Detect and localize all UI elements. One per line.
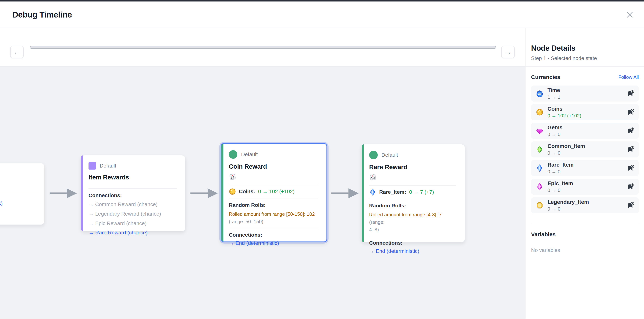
connection-item-active[interactable]: → Rare Reward (chance) <box>88 229 178 236</box>
connection-item-end[interactable]: → End (deterministic) <box>369 248 457 254</box>
close-button[interactable] <box>624 10 635 20</box>
bookmark-plus-icon <box>627 109 634 116</box>
magenta-diamond-icon <box>536 183 544 190</box>
node-accent-bar <box>81 156 83 231</box>
follow-currency-button[interactable] <box>627 202 634 209</box>
follow-currency-button[interactable] <box>627 146 634 153</box>
currency-value: 0 → 7 (+7) <box>409 189 434 195</box>
card-divider <box>229 185 318 185</box>
coin-icon <box>229 188 236 195</box>
card-divider <box>369 185 456 186</box>
node-title: Item Rewards <box>88 174 178 181</box>
card-divider <box>88 188 177 189</box>
card-divider <box>369 236 456 236</box>
stopwatch-icon <box>536 90 544 97</box>
node-card-item-rewards[interactable]: Default Item Rewards Connections: → Comm… <box>81 155 186 231</box>
dialog-header: Debug Timeline <box>0 2 644 28</box>
close-icon <box>626 11 634 18</box>
bookmark-plus-icon <box>627 128 634 134</box>
currency-row: Rare_Item0 → 0 <box>531 160 639 176</box>
roll-result-text: Rolled amount from range [50-150]: 102 <box>229 211 315 217</box>
currency-value: 0 → 0 <box>548 150 627 156</box>
follow-currency-button[interactable] <box>627 90 634 97</box>
follow-currency-button[interactable] <box>627 164 634 172</box>
bookmark-plus-icon <box>627 165 634 172</box>
follow-currency-button[interactable] <box>627 127 634 134</box>
node-title: Coin Reward <box>229 163 319 170</box>
roll-result-text: Rolled amount from range [4-8]: 7 <box>369 212 442 218</box>
node-graph-canvas[interactable]: nistic) Default Item Rewards Connections… <box>0 66 525 319</box>
currency-name: Legendary_Item <box>548 199 627 205</box>
currency-row: Coins0 → 102 (+102) <box>531 104 639 120</box>
currency-value: 0 → 102 (+102) <box>548 113 627 119</box>
currency-value: 0 → 0 <box>548 188 627 193</box>
currency-value: 0 → 0 <box>548 206 627 212</box>
connection-item[interactable]: → Common Reward (chance) <box>88 201 178 208</box>
currency-row: Common_Item0 → 0 <box>531 142 639 158</box>
node-badge-label: Default <box>241 152 258 158</box>
currency-name: Rare_Item <box>548 162 627 168</box>
currency-name: Gems <box>548 124 627 131</box>
currency-row: Legendary_Item0 → 0 <box>531 197 639 213</box>
sidebar-title: Node Details <box>531 44 638 52</box>
connection-link[interactable]: nistic) <box>0 200 2 206</box>
currency-name: Time <box>548 87 627 94</box>
connection-item[interactable]: → Legendary Reward (chance) <box>88 210 178 218</box>
bookmark-plus-icon <box>627 90 634 97</box>
follow-all-link[interactable]: Follow All <box>618 74 639 80</box>
roll-range-text: 4–8) <box>369 227 379 232</box>
roll-range-text: (range: <box>369 219 384 225</box>
connection-item[interactable]: → Epic Reward (chance) <box>88 220 178 227</box>
variables-heading: Variables <box>531 231 639 238</box>
card-divider <box>229 228 318 228</box>
blue-diamond-icon <box>536 164 544 172</box>
follow-currency-button[interactable] <box>627 108 634 116</box>
card-divider <box>0 193 38 193</box>
sidebar-subtitle: Step 1 · Selected node state <box>531 55 638 61</box>
node-type-badge <box>369 151 378 159</box>
node-badge-label: Default <box>382 152 398 158</box>
flow-arrow-icon <box>331 188 359 199</box>
flow-arrow-icon <box>50 188 78 199</box>
node-card-partial[interactable]: nistic) <box>0 163 44 225</box>
currencies-heading: Currencies <box>531 74 560 80</box>
currency-name: Coins <box>548 106 627 112</box>
node-card-rare-reward[interactable]: Default Rare Reward Rare_Item: 0 → 7 (+7… <box>362 144 465 242</box>
next-step-button[interactable]: → <box>501 46 515 58</box>
node-type-swatch <box>88 162 96 170</box>
node-accent-bar <box>222 144 224 242</box>
dice-icon <box>229 173 319 181</box>
currency-row: Epic_Item0 → 0 <box>531 179 639 195</box>
currency-value: 0 → 0 <box>548 169 627 174</box>
random-rolls-heading: Random Rolls: <box>369 203 457 209</box>
right-arrow-icon: → <box>504 49 511 55</box>
bookmark-plus-icon <box>627 183 634 190</box>
bookmark-plus-icon <box>627 202 634 209</box>
currency-value: 1 → 1 <box>548 94 627 100</box>
node-card-coin-reward-selected[interactable]: Default Coin Reward Coins: 0 → 102 (+102… <box>221 143 327 242</box>
node-details-panel: Node Details Step 1 · Selected node stat… <box>525 28 644 319</box>
step-slider-track[interactable] <box>30 46 496 49</box>
connections-heading: Connections: <box>229 232 319 238</box>
gold-gem-icon <box>536 202 544 209</box>
magenta-gem-icon <box>536 127 544 134</box>
follow-currency-button[interactable] <box>627 183 634 190</box>
connections-heading: Connections: <box>88 192 178 198</box>
currency-name: Epic_Item <box>548 180 627 187</box>
random-rolls-heading: Random Rolls: <box>229 202 319 208</box>
dice-icon <box>369 174 457 182</box>
currency-list: Time1 → 1Coins0 → 102 (+102)Gems0 → 0Com… <box>531 86 639 213</box>
currency-label: Coins: <box>239 188 255 194</box>
card-divider <box>369 199 456 199</box>
currency-value: 0 → 0 <box>548 132 627 137</box>
page-title: Debug Timeline <box>12 10 72 20</box>
previous-step-button[interactable]: ← <box>10 46 24 58</box>
currency-row: Gems0 → 0 <box>531 123 639 139</box>
currency-name: Common_Item <box>548 143 627 150</box>
flow-arrow-icon <box>190 188 218 199</box>
connection-item-end[interactable]: → End (deterministic) <box>229 240 319 246</box>
bookmark-plus-icon <box>627 146 634 153</box>
timeline-toolbar: ← → Step 1 Step 1 / 100 Step 100 <box>0 28 525 66</box>
coin-icon <box>536 108 544 116</box>
node-accent-bar <box>362 144 364 242</box>
